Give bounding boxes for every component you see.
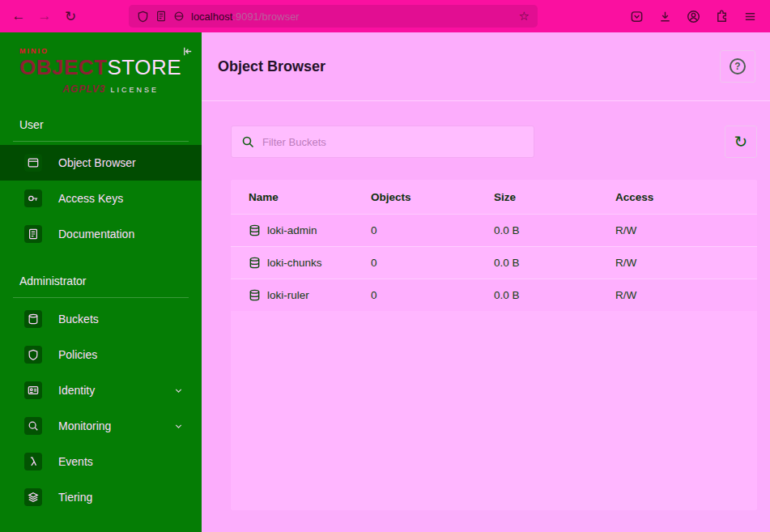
license-label: LICENSE <box>110 86 159 94</box>
tiering-layers-icon <box>24 488 42 506</box>
reload-button[interactable]: ↻ <box>58 4 83 28</box>
bucket-name: loki-ruler <box>267 289 309 301</box>
agpl-badge: AGPLV3 <box>62 83 105 95</box>
search-icon <box>241 135 254 148</box>
chevron-down-icon <box>173 421 184 432</box>
account-icon[interactable] <box>681 4 705 28</box>
url-bar[interactable]: localhost:9091/browser ☆ <box>129 5 538 28</box>
filter-buckets-input[interactable] <box>262 136 524 148</box>
back-icon: ← <box>12 8 26 24</box>
bucket-name: loki-admin <box>267 224 317 236</box>
monitoring-icon <box>24 417 42 435</box>
object-store-wordmark: OBJECTSTORE <box>19 55 159 79</box>
sidebar-item-label: Monitoring <box>58 419 111 432</box>
column-header-access: Access <box>615 191 739 203</box>
sidebar-item-object-browser[interactable]: Object Browser <box>0 145 202 181</box>
column-header-size: Size <box>494 191 615 203</box>
documentation-icon <box>24 225 42 243</box>
sidebar-item-label: Access Keys <box>58 192 123 205</box>
bucket-size: 0.0 B <box>494 224 615 236</box>
section-label-user: User <box>13 118 189 142</box>
app-logo: MINIO OBJECTSTORE AGPLV3LICENSE <box>0 32 178 96</box>
sidebar-item-label: Identity <box>58 384 95 397</box>
sidebar-item-label: Documentation <box>58 228 134 240</box>
chevron-down-icon <box>173 385 184 396</box>
access-keys-icon <box>24 189 42 207</box>
bucket-access: R/W <box>615 289 739 301</box>
sidebar-item-monitoring[interactable]: Monitoring <box>0 408 202 444</box>
bucket-access: R/W <box>615 224 739 236</box>
bucket-objects: 0 <box>371 289 494 301</box>
forward-icon: → <box>38 8 52 24</box>
events-lambda-icon <box>24 453 42 470</box>
table-header-row: Name Objects Size Access <box>231 180 757 214</box>
table-row[interactable]: loki-chunks 0 0.0 B R/W <box>231 246 757 279</box>
sidebar-item-label: Events <box>58 455 93 468</box>
browser-chrome: ← → ↻ localhost:9091/browser ☆ <box>0 0 770 32</box>
downloads-icon[interactable] <box>653 4 677 28</box>
buckets-table: Name Objects Size Access loki-admin 0 0.… <box>231 180 757 510</box>
back-button[interactable]: ← <box>6 4 31 28</box>
table-row[interactable]: loki-ruler 0 0.0 B R/W <box>231 279 757 311</box>
section-label-administrator: Administrator <box>13 275 189 298</box>
refresh-icon: ↻ <box>734 132 748 151</box>
app-window: MINIO OBJECTSTORE AGPLV3LICENSE User Obj… <box>0 32 770 532</box>
url-host: localhost <box>191 11 232 23</box>
sidebar-item-label: Buckets <box>58 313 99 326</box>
column-header-name: Name <box>249 191 371 203</box>
bucket-icon <box>249 224 261 236</box>
pocket-icon[interactable] <box>624 4 649 28</box>
logo-word-bold: OBJECT <box>19 55 107 79</box>
extensions-icon[interactable] <box>709 4 734 28</box>
table-row[interactable]: loki-admin 0 0.0 B R/W <box>231 214 757 246</box>
sidebar-collapse-icon[interactable] <box>181 45 194 57</box>
bucket-icon <box>249 289 261 301</box>
object-browser-icon <box>24 154 42 172</box>
bookmark-star-icon[interactable]: ☆ <box>519 9 530 23</box>
logo-word-light: STORE <box>107 55 181 79</box>
minio-brand-text: MINIO <box>19 47 159 55</box>
sidebar-item-documentation[interactable]: Documentation <box>0 216 202 252</box>
sidebar-item-buckets[interactable]: Buckets <box>0 301 202 337</box>
help-icon: ? <box>730 58 746 74</box>
permissions-icon[interactable] <box>173 11 185 22</box>
bucket-name: loki-chunks <box>267 257 322 269</box>
menu-icon[interactable] <box>738 4 762 28</box>
bucket-access: R/W <box>615 257 739 269</box>
sidebar-item-label: Policies <box>58 348 97 361</box>
filter-row: ↻ <box>231 126 757 158</box>
bucket-size: 0.0 B <box>494 289 615 301</box>
page-title: Object Browser <box>218 58 325 75</box>
page-info-icon[interactable] <box>155 11 167 22</box>
bucket-icon <box>249 257 261 269</box>
sidebar-item-policies[interactable]: Policies <box>0 337 202 372</box>
tracking-shield-icon[interactable] <box>137 11 149 23</box>
main-panel: Object Browser ? ↻ Name <box>202 32 770 532</box>
url-text: localhost:9091/browser <box>191 11 300 23</box>
help-button[interactable]: ? <box>720 50 755 83</box>
forward-button[interactable]: → <box>32 4 57 28</box>
sidebar-item-tiering[interactable]: Tiering <box>0 479 202 515</box>
buckets-icon <box>24 310 42 328</box>
identity-icon <box>24 381 42 399</box>
license-line: AGPLV3LICENSE <box>19 81 159 96</box>
sidebar-item-identity[interactable]: Identity <box>0 372 202 408</box>
sidebar-item-label: Object Browser <box>58 156 136 169</box>
reload-icon: ↻ <box>65 8 76 25</box>
bucket-objects: 0 <box>371 224 494 236</box>
sidebar-item-access-keys[interactable]: Access Keys <box>0 181 202 216</box>
sidebar-item-events[interactable]: Events <box>0 444 202 479</box>
refresh-buckets-button[interactable]: ↻ <box>725 126 757 158</box>
policies-icon <box>24 346 42 364</box>
sidebar: MINIO OBJECTSTORE AGPLV3LICENSE User Obj… <box>0 32 202 532</box>
column-header-objects: Objects <box>371 191 494 203</box>
sidebar-item-label: Tiering <box>58 491 92 504</box>
content-area: ↻ Name Objects Size Access loki-admin <box>202 101 770 510</box>
bucket-objects: 0 <box>371 257 494 269</box>
page-header: Object Browser ? <box>202 32 770 101</box>
filter-buckets-field[interactable] <box>231 126 534 158</box>
chrome-toolbar-icons <box>624 4 762 28</box>
url-path: :9091/browser <box>232 11 299 23</box>
bucket-size: 0.0 B <box>494 257 615 269</box>
